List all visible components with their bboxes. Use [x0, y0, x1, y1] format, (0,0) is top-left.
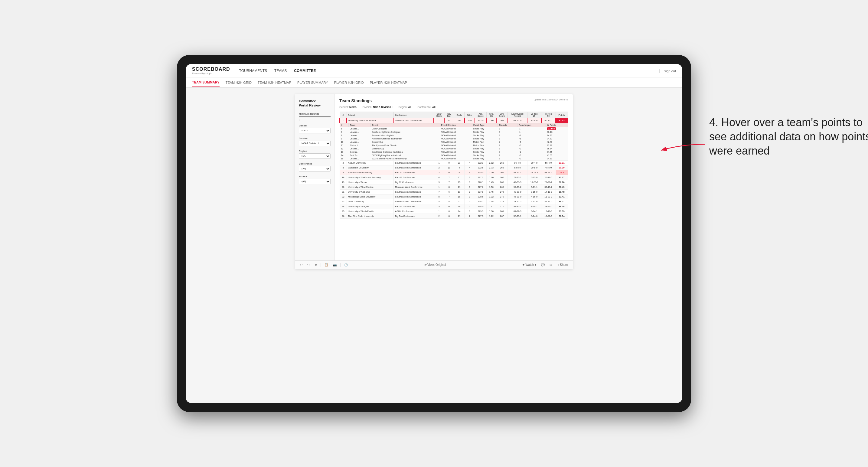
nav-teams[interactable]: TEAMS: [274, 67, 287, 74]
table-row[interactable]: 25University of North FloridaASUN Confer…: [340, 209, 568, 214]
view-original-button[interactable]: 👁 View: Original: [423, 262, 447, 267]
table-row[interactable]: 1 University of North Carolina Atlantic …: [340, 118, 568, 123]
conf-rank-cell: 1: [434, 118, 444, 123]
vs-top50-cell: 50-10-0: [541, 118, 556, 123]
refresh-button[interactable]: ↻: [313, 262, 318, 267]
filter-division-label: Division: [299, 137, 331, 140]
th-bnds: Bnds: [454, 112, 465, 118]
filter-conference-select[interactable]: (All): [299, 166, 331, 172]
filter-conference: Conference (All): [299, 162, 331, 172]
sub-nav-player-h2h-heatmap[interactable]: PLAYER H2H HEATMAP: [370, 78, 407, 87]
th-conf-rank: ConfRank: [434, 112, 444, 118]
report-sidebar: CommitteePortal Review Minimum Rounds 0 …: [295, 94, 335, 260]
grid-button[interactable]: ⊞: [548, 262, 553, 267]
sub-nav-team-summary[interactable]: TEAM SUMMARY: [192, 78, 220, 87]
table-row[interactable]: 24University of OregonPac-12 Conference5…: [340, 204, 568, 209]
share-icon: ⇧: [557, 263, 559, 267]
range-slider[interactable]: [299, 117, 331, 117]
th-conference: Conference: [394, 112, 434, 118]
table-row[interactable]: 22Mississippi State UniversitySoutheaste…: [340, 194, 568, 199]
clock-button[interactable]: 🕐: [343, 262, 349, 267]
points-cell[interactable]: 97.02: [556, 118, 568, 123]
filter-minimum-rounds: Minimum Rounds 0: [299, 113, 331, 121]
tt-event: Event: [371, 123, 440, 127]
sub-nav: TEAM SUMMARY TEAM H2H GRID TEAM H2H HEAT…: [186, 77, 682, 88]
range-fill: [299, 117, 331, 117]
copy-button[interactable]: 📋: [323, 262, 329, 267]
tt-points-cell: 110.63: [546, 127, 568, 131]
watch-label: Watch ▾: [526, 263, 536, 267]
tt-rounds: Rounds: [498, 123, 518, 127]
table-row[interactable]: 2Auburn UniversitySoutheastern Conferenc…: [340, 161, 568, 165]
nav-committee[interactable]: COMMITTEE: [294, 67, 316, 74]
filter-val-gender: Men's: [349, 105, 356, 108]
avg-sg-cell: 2.86: [486, 118, 496, 123]
filter-region-label: Region: [299, 150, 331, 152]
th-vs-top25: Vs Top25: [527, 112, 541, 118]
sub-nav-player-h2h-grid[interactable]: PLAYER H2H GRID: [334, 78, 364, 87]
table-row[interactable]: 21University of AlabamaSoutheastern Conf…: [340, 190, 568, 194]
table-row[interactable]: 3Vanderbilt UniversitySoutheastern Confe…: [340, 165, 568, 170]
table-row[interactable]: 23Duke UniversityAtlantic Coast Conferen…: [340, 199, 568, 204]
standings-table: # School Conference ConfRank No.Tour Bnd…: [339, 112, 568, 219]
no-tour-cell: 10: [444, 118, 454, 123]
toolbar-right: 👁 Watch ▾ 💬 ⊞ ⇧ Share: [521, 262, 569, 267]
sub-nav-team-h2h-grid[interactable]: TEAM H2H GRID: [226, 78, 252, 87]
tooltip-data-row: 9Univers...National Invitational Tournam…: [340, 137, 568, 141]
main-nav: TOURNAMENTS TEAMS COMMITTEE: [239, 67, 659, 74]
tooltip-data-row: 12Univers...Williams CupNCAA Division IS…: [340, 147, 568, 150]
logo-area: SCOREBOARD Powered by clipp'd: [192, 66, 230, 75]
back-button[interactable]: ↩: [299, 262, 304, 267]
report-container: CommitteePortal Review Minimum Rounds 0 …: [295, 94, 573, 269]
tablet-frame: SCOREBOARD Powered by clipp'd TOURNAMENT…: [177, 55, 691, 412]
tt-team-cell: Univers...: [349, 127, 371, 131]
filter-region-select[interactable]: N/A: [299, 153, 331, 159]
tooltip-data-row: 11Florida I...The Cypress Point ClassicN…: [340, 144, 568, 147]
sub-nav-player-summary[interactable]: PLAYER SUMMARY: [297, 78, 328, 87]
sign-out-button[interactable]: Sign out: [664, 69, 676, 73]
app-logo: SCOREBOARD: [192, 66, 230, 72]
filter-school-select[interactable]: (All): [299, 179, 331, 184]
range-value: 0: [299, 119, 331, 121]
th-points: Points: [556, 112, 568, 118]
toolbar-center: 👁 View: Original: [423, 262, 447, 267]
comment-button[interactable]: 💬: [540, 262, 546, 267]
filter-division-select[interactable]: NCAA Division I: [299, 141, 331, 146]
camera-button[interactable]: 📷: [332, 262, 338, 267]
filter-gender-select[interactable]: Men's: [299, 128, 331, 133]
update-time: Update time: 13/03/2024 10:03:42: [534, 98, 568, 101]
tt-event-div: Event Division: [440, 123, 472, 127]
report-filters-row: Gender: Men's Division: NCAA Division I …: [339, 105, 568, 108]
tt-rounds-cell: 3: [498, 127, 518, 131]
tooltip-data-row: 7Univers...Southern Highlands Collegiate…: [340, 130, 568, 134]
forward-button[interactable]: ↪: [306, 262, 311, 267]
sub-nav-team-h2h-heatmap[interactable]: TEAM H2H HEATMAP: [258, 78, 291, 87]
table-row[interactable]: 26The Ohio State UniversityBig Ten Confe…: [340, 214, 568, 219]
tt-event-type: Event Type: [472, 123, 498, 127]
watch-button[interactable]: 👁 Watch ▾: [521, 262, 538, 267]
table-row[interactable]: 18University of California, BerkeleyPac-…: [340, 175, 568, 180]
nav-tournaments[interactable]: TOURNAMENTS: [239, 67, 267, 74]
table-row[interactable]: 19University of TexasBig 12 Conference37…: [340, 180, 568, 185]
share-button[interactable]: ⇧ Share: [556, 262, 569, 267]
table-row[interactable]: 20University of New MexicoMountain West …: [340, 185, 568, 190]
table-header-row: # School Conference ConfRank No.Tour Bnd…: [340, 112, 568, 118]
filter-display-division: Division: NCAA Division I: [363, 105, 393, 108]
view-label: View: Original: [427, 263, 446, 267]
tt-num: #: [340, 123, 349, 127]
filter-val-region: All: [408, 105, 411, 108]
tt-num-cell: 6: [340, 127, 349, 131]
table-row[interactable]: 4Arizona State UniversityPac-12 Conferen…: [340, 170, 568, 175]
low-overall-cell: 67-10-0: [508, 118, 527, 123]
filter-region: Region N/A: [299, 150, 331, 159]
tooltip-data-row: 14East Ter...DFCC Fighting Illini Invita…: [340, 154, 568, 157]
tt-event-div-cell: NCAA Division I: [440, 127, 472, 131]
toolbar-divider: [320, 263, 321, 267]
vs-top25-cell: 13-9-0: [527, 118, 541, 123]
low-score-cell: 262: [496, 118, 508, 123]
filter-key-division: Division:: [363, 105, 372, 108]
filter-key-gender: Gender:: [339, 105, 349, 108]
report-title: Team Standings: [339, 98, 372, 103]
th-rank: #: [340, 112, 347, 118]
wins-cell: 2.86: [465, 118, 475, 123]
